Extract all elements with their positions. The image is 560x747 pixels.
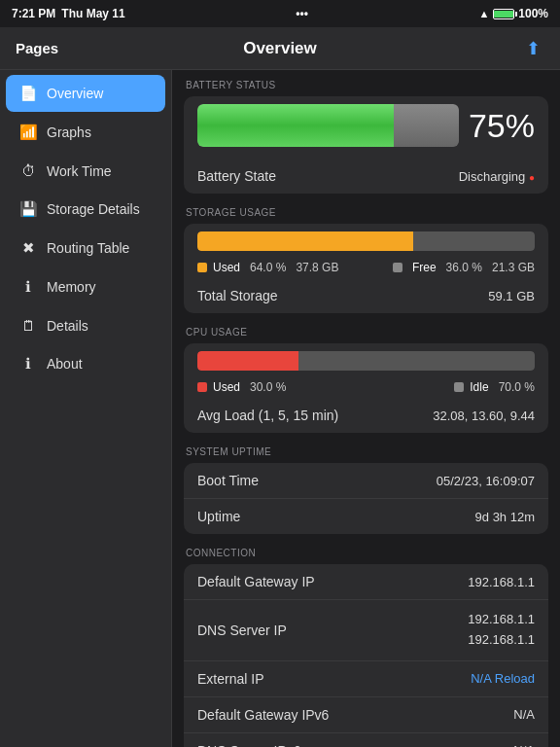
battery-card: 75% Battery State Discharging ● — [184, 96, 548, 194]
total-storage-row: Total Storage 59.1 GB — [184, 278, 548, 313]
cpu-legend-left: Used 30.0 % — [197, 380, 286, 394]
sidebar-item-details[interactable]: 🗒 Details — [6, 307, 165, 343]
cpu-section-title: CPU USAGE — [184, 327, 548, 338]
battery-bar — [197, 104, 459, 147]
overview-icon: 📄 — [19, 85, 37, 102]
uptime-row: Uptime 9d 3h 12m — [184, 499, 548, 534]
status-date: Thu May 11 — [61, 7, 124, 20]
sidebar-label-overview: Overview — [47, 86, 103, 101]
wifi-icon: ▲ — [478, 8, 489, 19]
sidebar-item-routing-table[interactable]: ✖ Routing Table — [6, 230, 165, 267]
status-left: 7:21 PM Thu May 11 — [12, 7, 125, 20]
storage-used-label: Used — [213, 261, 240, 274]
cpu-bar-container — [184, 343, 548, 374]
external-ip-row: External IP N/A Reload — [184, 661, 548, 697]
storage-details-icon: 💾 — [19, 200, 37, 218]
details-icon: 🗒 — [19, 317, 37, 334]
sidebar-label-about: About — [47, 356, 83, 372]
sidebar-item-worktime[interactable]: ⏱ Work Time — [6, 153, 165, 189]
storage-bar — [197, 231, 535, 251]
discharge-dot: ● — [529, 172, 535, 183]
nav-bar: Pages Overview ⬆ — [0, 27, 560, 70]
avg-load-label: Avg Load (1, 5, 15 min) — [197, 408, 338, 423]
storage-legend: Used 64.0 % 37.8 GB Free 36.0 % 21.3 GB — [184, 255, 548, 278]
about-icon: ℹ — [19, 355, 37, 373]
sidebar-item-overview[interactable]: 📄 Overview — [6, 75, 165, 112]
battery-percent: 75% — [469, 107, 535, 145]
storage-used-pct: 64.0 % — [250, 261, 286, 274]
cpu-used-label: Used — [213, 380, 240, 394]
dns-server-ipv6-label: DNS Server IPv6 — [197, 743, 301, 747]
sidebar-label-routing-table: Routing Table — [47, 240, 129, 256]
storage-free-label: Free — [412, 261, 437, 274]
status-bar: 7:21 PM Thu May 11 ••• ▲ 100% — [0, 0, 560, 27]
cpu-idle-dot — [454, 382, 464, 392]
default-gateway-ipv6-label: Default Gateway IPv6 — [197, 707, 329, 723]
battery-state-value: Discharging ● — [459, 169, 535, 184]
sidebar-item-about[interactable]: ℹ About — [6, 345, 165, 382]
connection-section-title: CONNECTION — [184, 548, 548, 558]
default-gateway-ipv6-row: Default Gateway IPv6 N/A — [184, 697, 548, 733]
uptime-value: 9d 3h 12m — [475, 510, 535, 524]
worktime-icon: ⏱ — [19, 162, 37, 179]
dns-server-ipv6-value: N/A — [513, 743, 535, 747]
cpu-bar-used — [197, 351, 298, 371]
sidebar-label-storage-details: Storage Details — [47, 201, 140, 217]
default-gateway-ip-row: Default Gateway IP 192.168.1.1 — [184, 564, 548, 600]
dns-server-ipv6-row: DNS Server IPv6 N/A — [184, 733, 548, 747]
battery-bar-green — [197, 104, 394, 147]
storage-bar-used — [197, 231, 413, 251]
cpu-used-dot — [197, 382, 207, 392]
storage-free-dot — [393, 263, 402, 272]
external-ip-value: N/A Reload — [471, 671, 535, 686]
cpu-bar — [197, 351, 535, 371]
storage-free-pct: 36.0 % — [446, 261, 482, 274]
main-layout: 📄 Overview 📶 Graphs ⏱ Work Time 💾 Storag… — [0, 70, 560, 747]
uptime-card: Boot Time 05/2/23, 16:09:07 Uptime 9d 3h… — [184, 463, 548, 534]
sidebar: 📄 Overview 📶 Graphs ⏱ Work Time 💾 Storag… — [0, 70, 172, 747]
battery-bar-gray — [394, 104, 459, 147]
boot-time-row: Boot Time 05/2/23, 16:09:07 — [184, 463, 548, 499]
boot-time-label: Boot Time — [197, 473, 259, 488]
cpu-legend: Used 30.0 % Idle 70.0 % — [184, 374, 548, 398]
battery-bar-container: 75% — [184, 96, 548, 159]
uptime-label: Uptime — [197, 509, 240, 524]
status-right: ▲ 100% — [478, 7, 548, 20]
storage-section-title: STORAGE USAGE — [184, 207, 548, 218]
connection-card: Default Gateway IP 192.168.1.1 DNS Serve… — [184, 564, 548, 747]
connection-section: CONNECTION Default Gateway IP 192.168.1.… — [184, 548, 548, 747]
uptime-section-title: SYSTEM UPTIME — [184, 446, 548, 457]
cpu-idle-pct: 70.0 % — [499, 380, 535, 394]
avg-load-row: Avg Load (1, 5, 15 min) 32.08, 13.60, 9.… — [184, 398, 548, 433]
nav-left-label: Pages — [16, 40, 93, 56]
cpu-used-pct: 30.0 % — [250, 380, 286, 394]
sidebar-item-storage-details[interactable]: 💾 Storage Details — [6, 191, 165, 228]
memory-icon: ℹ — [19, 278, 37, 296]
nav-right: ⬆ — [467, 34, 544, 63]
storage-section: STORAGE USAGE Used 64.0 % 37.8 GB Free — [184, 207, 548, 313]
boot-time-value: 05/2/23, 16:09:07 — [437, 474, 535, 488]
cpu-card: Used 30.0 % Idle 70.0 % Avg Load (1, 5, … — [184, 343, 548, 433]
share-button[interactable]: ⬆ — [522, 34, 544, 63]
avg-load-value: 32.08, 13.60, 9.44 — [433, 409, 535, 423]
sidebar-label-graphs: Graphs — [47, 124, 91, 140]
total-storage-value: 59.1 GB — [488, 289, 535, 303]
uptime-section: SYSTEM UPTIME Boot Time 05/2/23, 16:09:0… — [184, 446, 548, 534]
battery-percent-text: 100% — [518, 7, 548, 20]
sidebar-item-graphs[interactable]: 📶 Graphs — [6, 114, 165, 151]
battery-state-label: Battery State — [197, 168, 276, 184]
total-storage-label: Total Storage — [197, 288, 278, 303]
nav-title: Overview — [93, 39, 467, 58]
content-area: BATTERY STATUS 75% Battery State Dischar… — [172, 70, 560, 747]
storage-bar-container — [184, 224, 548, 255]
default-gateway-ipv6-value: N/A — [513, 707, 535, 722]
status-time: 7:21 PM — [12, 7, 55, 20]
cpu-bar-idle — [298, 351, 535, 371]
sidebar-label-memory: Memory — [47, 279, 96, 295]
cpu-legend-right: Idle 70.0 % — [454, 380, 535, 394]
cpu-section: CPU USAGE Used 30.0 % I — [184, 327, 548, 433]
sidebar-item-memory[interactable]: ℹ Memory — [6, 268, 165, 305]
dns-server-ip-row: DNS Server IP 192.168.1.1192.168.1.1 — [184, 600, 548, 661]
default-gateway-ip-label: Default Gateway IP — [197, 574, 315, 589]
dns-server-ip-value: 192.168.1.1192.168.1.1 — [468, 610, 535, 651]
